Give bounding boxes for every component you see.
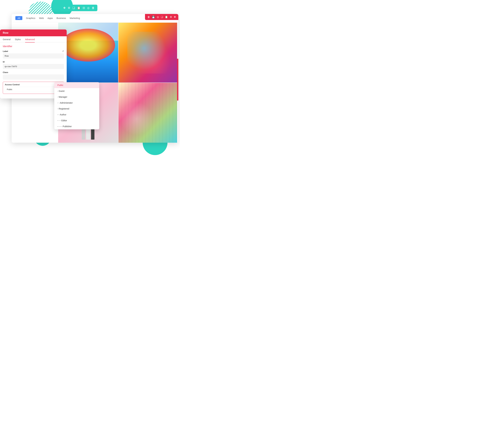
tr-layers-icon[interactable]: ❑ (161, 16, 163, 18)
dropdown-item-manager[interactable]: - Manager (54, 94, 99, 100)
image-cell-hair (58, 23, 118, 83)
duplicate-icon[interactable]: ❑ (72, 6, 75, 10)
row-panel-tabs: General Styles Advanced (0, 36, 67, 42)
class-input[interactable] (3, 74, 64, 80)
tab-business[interactable]: Business (56, 17, 66, 20)
tr-settings-icon[interactable]: ⚙ (170, 16, 172, 18)
tab-advanced[interactable]: Advanced (25, 38, 35, 42)
dropdown-item-public[interactable]: Public (54, 82, 99, 88)
access-control-dropdown: Public - Guest - Manager - - Administrat… (54, 82, 99, 129)
id-field-group: Id (3, 61, 64, 69)
id-input[interactable] (3, 64, 64, 69)
access-control-input[interactable] (5, 87, 62, 92)
dropdown-item-guest[interactable]: - Guest (54, 88, 99, 94)
tab-marketing[interactable]: Marketing (70, 17, 80, 20)
delete-icon[interactable]: 🗑 (92, 6, 95, 10)
tr-delete-icon[interactable]: 🗑 (147, 16, 150, 18)
access-control-label: Access Control (5, 83, 62, 86)
tab-apps[interactable]: Apps (47, 17, 53, 20)
label-field-group: Label ↺ (3, 50, 64, 58)
tr-move-icon[interactable]: ✥ (174, 16, 176, 18)
hide-icon[interactable]: ◎ (87, 6, 90, 10)
tab-web[interactable]: Web (39, 17, 44, 20)
tab-styles[interactable]: Styles (15, 38, 21, 42)
tr-hide-icon[interactable]: ◎ (157, 16, 159, 18)
top-right-toolbar: 🗑 💾 ◎ ❑ 📋 ⚙ ✥ (145, 14, 178, 20)
grid-scrollbar[interactable] (177, 23, 178, 143)
identifier-section-title: Identifier (3, 45, 64, 48)
class-field-group: Class (3, 71, 64, 80)
id-field-label: Id (3, 61, 64, 63)
tab-general[interactable]: General (3, 38, 11, 42)
tr-clipboard-icon[interactable]: 📋 (165, 16, 168, 18)
row-panel-title: Row (0, 29, 67, 36)
settings-icon[interactable]: ⚙ (68, 6, 70, 10)
label-reset-icon[interactable]: ↺ (62, 50, 64, 53)
tr-save-icon[interactable]: 💾 (152, 16, 155, 18)
dropdown-item-administrator[interactable]: - - Administrator (54, 100, 99, 106)
label-input[interactable] (3, 53, 64, 58)
grid-scrollbar-thumb[interactable] (177, 59, 178, 101)
label-field-label: Label ↺ (3, 50, 64, 53)
image-cell-street-art (118, 83, 179, 143)
columns-icon[interactable]: ⊟ (83, 6, 85, 10)
floating-toolbar: ✥ ⚙ ❑ 📋 ⊟ ◎ 🗑 (60, 5, 97, 11)
dropdown-item-registered[interactable]: - Registered (54, 106, 99, 112)
dropdown-item-author[interactable]: - - Author (54, 112, 99, 118)
image-cell-cube (118, 23, 179, 83)
clipboard-icon[interactable]: 📋 (77, 6, 80, 10)
class-field-label: Class (3, 71, 64, 74)
tab-all[interactable]: All (15, 16, 22, 20)
move-icon[interactable]: ✥ (63, 6, 66, 10)
dropdown-item-publisher[interactable]: - - - - Publisher (54, 124, 99, 129)
tab-graphics[interactable]: Graphics (26, 17, 35, 20)
dropdown-item-editor[interactable]: - - - Editor (54, 118, 99, 124)
